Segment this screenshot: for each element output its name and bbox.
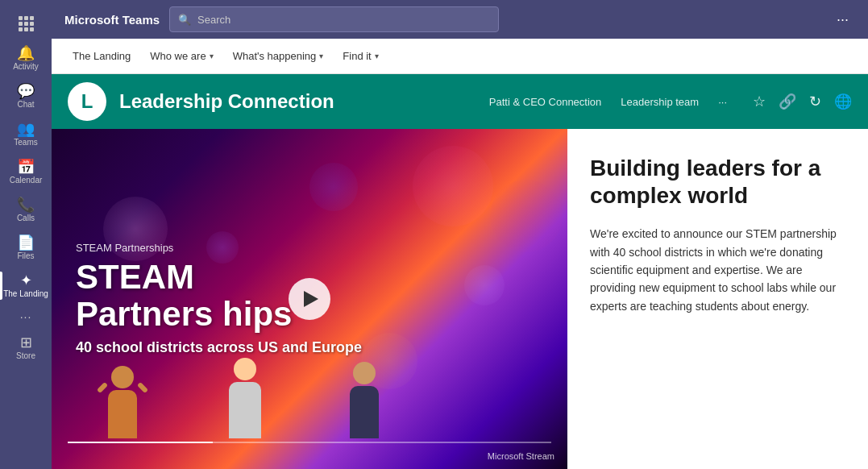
- video-section: STEAM Partnerships STEAM Partners hips 4…: [52, 129, 567, 469]
- sp-actions: ☆ 🔗 ↻ 🌐: [753, 93, 852, 110]
- nav-label-find-it: Find it: [343, 50, 371, 62]
- sidebar-label-calendar: Calendar: [10, 176, 43, 185]
- video-progress-bar[interactable]: [68, 442, 551, 443]
- sidebar-item-apps[interactable]: [0, 6, 52, 39]
- sidebar-label-landing: The Landing: [3, 289, 48, 298]
- sidebar-item-calls[interactable]: 📞 Calls: [0, 191, 52, 229]
- teams-icon: 👥: [17, 122, 35, 136]
- logo-icon: L: [81, 90, 93, 113]
- nav-label-the-landing: The Landing: [73, 50, 131, 62]
- right-panel: Building leaders for a complex world We'…: [567, 129, 868, 469]
- children-image: [52, 324, 567, 469]
- sp-nav-patti-ceo[interactable]: Patti & CEO Connection: [489, 96, 601, 108]
- refresh-icon[interactable]: ↻: [809, 93, 821, 110]
- search-placeholder: Search: [197, 14, 230, 26]
- files-icon: 📄: [17, 235, 35, 250]
- nav-item-find-it[interactable]: Find it ▾: [334, 45, 386, 67]
- panel-heading: Building leaders for a complex world: [590, 155, 845, 209]
- nav-label-who-we-are: Who we are: [150, 50, 206, 62]
- nav-item-who-we-are[interactable]: Who we are ▾: [142, 45, 221, 67]
- sidebar-item-chat[interactable]: 💬 Chat: [0, 77, 52, 115]
- globe-icon[interactable]: 🌐: [834, 93, 852, 110]
- search-bar[interactable]: 🔍 Search: [169, 6, 499, 32]
- panel-body: We're excited to announce our STEM partn…: [590, 225, 845, 315]
- sidebar-item-teams[interactable]: 👥 Teams: [0, 115, 52, 153]
- sidebar-item-store[interactable]: ⊞ Store: [0, 329, 52, 367]
- search-icon: 🔍: [178, 14, 191, 26]
- chevron-down-icon: ▾: [319, 52, 323, 60]
- navbar: The Landing Who we are ▾ What's happenin…: [52, 39, 868, 74]
- link-icon[interactable]: 🔗: [779, 93, 796, 110]
- sidebar-item-files[interactable]: 📄 Files: [0, 229, 52, 267]
- sidebar-label-files: Files: [17, 251, 34, 260]
- sp-nav: Patti & CEO Connection Leadership team ·…: [489, 96, 727, 108]
- sp-nav-leadership-team[interactable]: Leadership team: [621, 96, 699, 108]
- calendar-icon: 📅: [17, 160, 35, 174]
- sidebar-item-more[interactable]: ···: [0, 305, 52, 329]
- chat-icon: 💬: [17, 84, 35, 98]
- play-button[interactable]: [289, 278, 330, 320]
- video-subtitle: STEAM Partnerships: [76, 242, 543, 254]
- topbar: Microsoft Teams 🔍 Search ···: [52, 0, 868, 39]
- landing-icon: ✦: [20, 273, 32, 288]
- grid-icon: [19, 16, 34, 31]
- calls-icon: 📞: [17, 197, 35, 212]
- chevron-down-icon: ▾: [375, 52, 379, 60]
- main-content: Microsoft Teams 🔍 Search ··· The Landing…: [52, 0, 868, 469]
- content-area: STEAM Partnerships STEAM Partners hips 4…: [52, 129, 868, 469]
- sidebar-label-teams: Teams: [14, 138, 37, 147]
- sidebar-label-activity: Activity: [13, 62, 39, 71]
- ms-stream-label: Microsoft Stream: [488, 451, 554, 461]
- sp-header: L Leadership Connection Patti & CEO Conn…: [52, 74, 868, 129]
- nav-item-the-landing[interactable]: The Landing: [64, 45, 139, 67]
- more-icon: ···: [20, 311, 32, 322]
- nav-label-whats-happening: What's happening: [233, 50, 317, 62]
- sidebar-item-landing[interactable]: ✦ The Landing: [0, 267, 52, 305]
- topbar-more-button[interactable]: ···: [830, 8, 855, 31]
- sidebar-label-chat: Chat: [17, 100, 34, 109]
- store-icon: ⊞: [20, 335, 32, 350]
- sp-logo: L: [68, 82, 106, 121]
- sp-title: Leadership Connection: [119, 90, 476, 113]
- sidebar-label-store: Store: [16, 351, 35, 360]
- sidebar-item-calendar[interactable]: 📅 Calendar: [0, 153, 52, 191]
- video-progress-fill: [68, 442, 213, 443]
- sp-nav-more[interactable]: ···: [718, 96, 727, 108]
- nav-item-whats-happening[interactable]: What's happening ▾: [225, 45, 332, 67]
- play-icon: [304, 291, 318, 307]
- star-icon[interactable]: ☆: [753, 93, 766, 110]
- chevron-down-icon: ▾: [210, 52, 214, 60]
- activity-icon: 🔔: [17, 46, 35, 60]
- app-title: Microsoft Teams: [64, 13, 160, 27]
- video-title-line1: STEAM: [76, 258, 194, 296]
- sidebar: 🔔 Activity 💬 Chat 👥 Teams 📅 Calendar 📞 C…: [0, 0, 52, 469]
- sidebar-label-calls: Calls: [17, 214, 35, 222]
- sidebar-item-activity[interactable]: 🔔 Activity: [0, 39, 52, 77]
